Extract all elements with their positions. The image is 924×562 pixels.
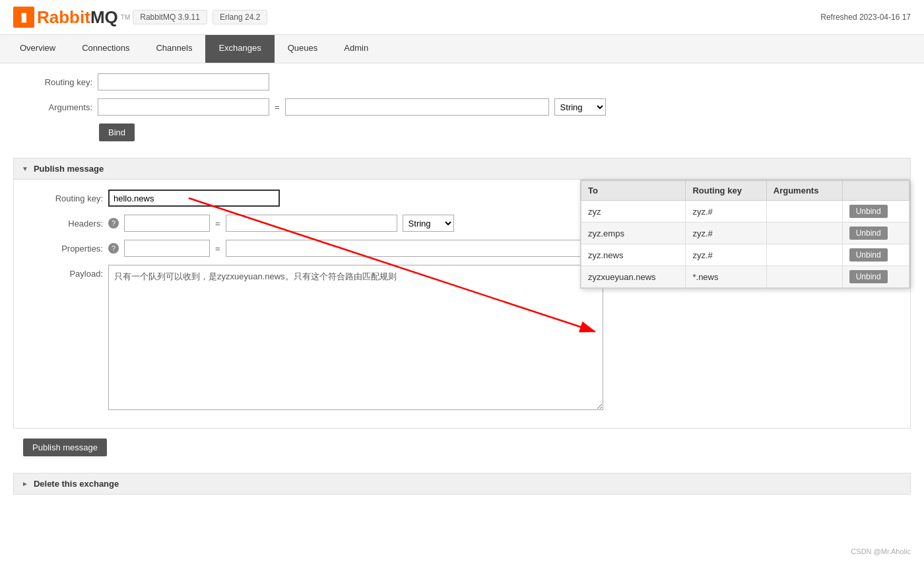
bind-button-wrapper: Bind <box>99 123 911 141</box>
publish-routing-key-label: Routing key: <box>24 193 103 203</box>
nav-admin[interactable]: Admin <box>331 35 381 63</box>
table-row: zyz.emps zyz.# Unbind <box>581 223 909 244</box>
binding-to-zyz-emps: zyz.emps <box>581 223 686 244</box>
publish-section: ▼ Publish message Routing key: Headers: … <box>13 158 911 429</box>
properties-help-icon[interactable]: ? <box>108 243 119 254</box>
arguments-label: Arguments: <box>13 102 92 112</box>
logo-tm: TM <box>121 14 130 21</box>
routing-key-row: Routing key: <box>13 73 911 90</box>
nav-queues[interactable]: Queues <box>275 35 331 63</box>
refresh-info: Refreshed 2023-04-16 17 <box>820 13 911 22</box>
table-row: zyzxueyuan.news *.news Unbind <box>581 266 909 288</box>
nav-exchanges[interactable]: Exchanges <box>205 35 274 63</box>
publish-title: Publish message <box>34 164 104 174</box>
headers-equals: = <box>215 219 220 228</box>
bindings-table: To Routing key Arguments zyz zyz.# Unbin… <box>580 180 910 289</box>
properties-key-input[interactable] <box>124 240 210 257</box>
col-arguments: Arguments <box>766 181 842 201</box>
publish-button-wrapper: Publish message <box>13 432 911 463</box>
col-routing-key: Routing key <box>686 181 766 201</box>
erlang-version-badge: Erlang 24.2 <box>213 10 267 24</box>
col-to: To <box>581 181 686 201</box>
unbind-btn-0[interactable]: Unbind <box>849 205 888 218</box>
routing-key-input[interactable] <box>98 73 269 90</box>
delete-chevron: ► <box>22 480 28 487</box>
binding-rk-0: zyz.# <box>686 201 766 223</box>
payload-textarea[interactable]: 只有一个队列可以收到，是zyzxueyuan.news。只有这个符合路由匹配规则 <box>108 265 603 410</box>
binding-to-zyzxueyuan-news: zyzxueyuan.news <box>581 266 686 288</box>
logo-icon: ▮ <box>13 7 34 28</box>
publish-properties-label: Properties: <box>24 244 103 254</box>
binding-args-1 <box>766 223 842 244</box>
unbind-btn-2[interactable]: Unbind <box>849 248 888 262</box>
logo: ▮ RabbitMQ TM RabbitMQ 3.9.11 Erlang 24.… <box>13 7 267 28</box>
publish-section-wrapper: ▼ Publish message Routing key: Headers: … <box>13 158 911 463</box>
delete-section-header[interactable]: ► Delete this exchange <box>14 474 910 494</box>
arguments-type-select[interactable]: String Integer Boolean <box>554 98 606 116</box>
table-row: zyz zyz.# Unbind <box>581 201 909 223</box>
rabbitmq-version-badge: RabbitMQ 3.9.11 <box>133 10 207 24</box>
delete-section: ► Delete this exchange <box>13 473 911 495</box>
binding-rk-3: *.news <box>686 266 766 288</box>
logo-text: RabbitMQ <box>37 7 118 28</box>
top-routing-section: Routing key: Arguments: = String Integer… <box>0 63 924 158</box>
publish-routing-key-input[interactable] <box>108 190 280 207</box>
routing-key-label: Routing key: <box>13 77 92 87</box>
publish-section-header[interactable]: ▼ Publish message <box>14 158 910 180</box>
headers-key-input[interactable] <box>124 215 210 232</box>
binding-args-3 <box>766 266 842 288</box>
equals-sign: = <box>275 102 280 112</box>
binding-to-zyz-news: zyz.news <box>581 244 686 266</box>
publish-section-body: Routing key: Headers: ? = String Integer… <box>14 180 910 428</box>
nav: Overview Connections Channels Exchanges … <box>0 35 924 63</box>
unbind-btn-1[interactable]: Unbind <box>849 227 888 240</box>
binding-args-2 <box>766 244 842 266</box>
col-actions <box>842 181 909 201</box>
headers-help-icon[interactable]: ? <box>108 218 119 228</box>
headers-value-input[interactable] <box>226 215 397 232</box>
unbind-btn-3[interactable]: Unbind <box>849 270 888 283</box>
publish-message-button[interactable]: Publish message <box>23 439 107 456</box>
arguments-row: Arguments: = String Integer Boolean <box>13 98 911 116</box>
publish-chevron: ▼ <box>22 165 28 172</box>
bind-button[interactable]: Bind <box>99 123 135 141</box>
nav-connections[interactable]: Connections <box>69 35 143 63</box>
table-row: zyz.news zyz.# Unbind <box>581 244 909 266</box>
binding-rk-2: zyz.# <box>686 244 766 266</box>
delete-title: Delete this exchange <box>34 479 119 489</box>
delete-section-wrapper: ► Delete this exchange <box>13 473 911 495</box>
properties-equals: = <box>215 244 220 254</box>
nav-overview[interactable]: Overview <box>7 35 69 63</box>
arguments-value-input[interactable] <box>285 98 549 116</box>
binding-to-zyz: zyz <box>581 201 686 223</box>
publish-headers-label: Headers: <box>24 219 103 228</box>
publish-payload-label: Payload: <box>24 269 103 279</box>
binding-args-0 <box>766 201 842 223</box>
binding-rk-1: zyz.# <box>686 223 766 244</box>
properties-value-input[interactable] <box>226 240 582 257</box>
header: ▮ RabbitMQ TM RabbitMQ 3.9.11 Erlang 24.… <box>0 0 924 35</box>
arguments-key-input[interactable] <box>98 98 269 116</box>
nav-channels[interactable]: Channels <box>143 35 205 63</box>
version-badges: RabbitMQ 3.9.11 Erlang 24.2 <box>133 10 267 24</box>
headers-type-select[interactable]: String Integer Boolean <box>403 215 454 232</box>
